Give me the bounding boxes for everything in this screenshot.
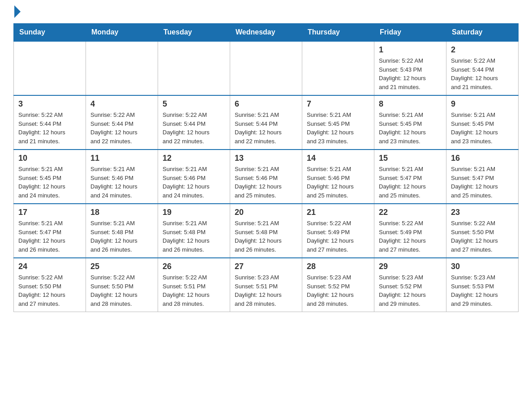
weekday-header-tuesday: Tuesday xyxy=(158,24,230,42)
calendar-cell xyxy=(14,41,86,95)
calendar-cell: 30Sunrise: 5:23 AMSunset: 5:53 PMDayligh… xyxy=(446,258,519,312)
day-number: 20 xyxy=(235,208,297,217)
calendar-cell xyxy=(302,41,374,95)
calendar-cell: 26Sunrise: 5:22 AMSunset: 5:51 PMDayligh… xyxy=(158,258,230,312)
day-info: Sunrise: 5:22 AMSunset: 5:51 PMDaylight:… xyxy=(163,273,225,308)
day-number: 14 xyxy=(307,154,369,163)
day-info: Sunrise: 5:21 AMSunset: 5:45 PMDaylight:… xyxy=(451,111,514,146)
week-row-5: 24Sunrise: 5:22 AMSunset: 5:50 PMDayligh… xyxy=(14,258,519,312)
logo xyxy=(13,9,21,14)
weekday-header-wednesday: Wednesday xyxy=(230,24,302,42)
calendar-cell: 10Sunrise: 5:21 AMSunset: 5:45 PMDayligh… xyxy=(14,150,86,204)
calendar-cell: 15Sunrise: 5:21 AMSunset: 5:47 PMDayligh… xyxy=(374,150,446,204)
day-info: Sunrise: 5:22 AMSunset: 5:50 PMDaylight:… xyxy=(18,273,81,308)
day-number: 9 xyxy=(451,99,514,109)
calendar-cell: 12Sunrise: 5:21 AMSunset: 5:46 PMDayligh… xyxy=(158,150,230,204)
calendar-cell: 1Sunrise: 5:22 AMSunset: 5:43 PMDaylight… xyxy=(374,41,446,95)
day-info: Sunrise: 5:21 AMSunset: 5:44 PMDaylight:… xyxy=(235,111,297,146)
calendar-cell xyxy=(86,41,158,95)
day-number: 1 xyxy=(379,45,442,55)
day-info: Sunrise: 5:23 AMSunset: 5:51 PMDaylight:… xyxy=(235,273,297,308)
page-header xyxy=(13,9,519,14)
calendar-cell: 6Sunrise: 5:21 AMSunset: 5:44 PMDaylight… xyxy=(230,95,302,150)
weekday-header-thursday: Thursday xyxy=(302,24,374,42)
day-info: Sunrise: 5:22 AMSunset: 5:44 PMDaylight:… xyxy=(18,111,81,146)
week-row-3: 10Sunrise: 5:21 AMSunset: 5:45 PMDayligh… xyxy=(14,150,519,204)
day-number: 22 xyxy=(379,208,442,217)
day-number: 27 xyxy=(235,262,297,271)
weekday-header-sunday: Sunday xyxy=(14,24,86,42)
calendar-cell: 18Sunrise: 5:21 AMSunset: 5:48 PMDayligh… xyxy=(86,204,158,258)
day-number: 29 xyxy=(379,262,442,271)
calendar-cell: 14Sunrise: 5:21 AMSunset: 5:46 PMDayligh… xyxy=(302,150,374,204)
logo-triangle-icon xyxy=(14,5,21,18)
day-info: Sunrise: 5:21 AMSunset: 5:47 PMDaylight:… xyxy=(18,219,81,254)
day-number: 21 xyxy=(307,208,369,217)
day-info: Sunrise: 5:22 AMSunset: 5:44 PMDaylight:… xyxy=(451,56,514,91)
calendar-cell: 5Sunrise: 5:22 AMSunset: 5:44 PMDaylight… xyxy=(158,95,230,150)
day-number: 2 xyxy=(451,45,514,55)
calendar-cell: 9Sunrise: 5:21 AMSunset: 5:45 PMDaylight… xyxy=(446,95,519,150)
day-info: Sunrise: 5:21 AMSunset: 5:48 PMDaylight:… xyxy=(235,219,297,254)
weekday-header-saturday: Saturday xyxy=(446,24,519,42)
calendar-cell: 7Sunrise: 5:21 AMSunset: 5:45 PMDaylight… xyxy=(302,95,374,150)
day-info: Sunrise: 5:21 AMSunset: 5:46 PMDaylight:… xyxy=(163,165,225,200)
day-number: 6 xyxy=(235,99,297,109)
day-number: 4 xyxy=(90,99,153,109)
calendar-cell: 20Sunrise: 5:21 AMSunset: 5:48 PMDayligh… xyxy=(230,204,302,258)
calendar-cell: 13Sunrise: 5:21 AMSunset: 5:46 PMDayligh… xyxy=(230,150,302,204)
day-info: Sunrise: 5:22 AMSunset: 5:50 PMDaylight:… xyxy=(90,273,153,308)
calendar-cell: 28Sunrise: 5:23 AMSunset: 5:52 PMDayligh… xyxy=(302,258,374,312)
calendar-cell: 8Sunrise: 5:21 AMSunset: 5:45 PMDaylight… xyxy=(374,95,446,150)
day-info: Sunrise: 5:22 AMSunset: 5:49 PMDaylight:… xyxy=(307,219,369,254)
day-info: Sunrise: 5:21 AMSunset: 5:48 PMDaylight:… xyxy=(163,219,225,254)
calendar-cell: 23Sunrise: 5:22 AMSunset: 5:50 PMDayligh… xyxy=(446,204,519,258)
calendar-cell: 19Sunrise: 5:21 AMSunset: 5:48 PMDayligh… xyxy=(158,204,230,258)
day-info: Sunrise: 5:21 AMSunset: 5:47 PMDaylight:… xyxy=(451,165,514,200)
day-number: 26 xyxy=(163,262,225,271)
day-info: Sunrise: 5:23 AMSunset: 5:52 PMDaylight:… xyxy=(379,273,442,308)
day-info: Sunrise: 5:23 AMSunset: 5:53 PMDaylight:… xyxy=(451,273,514,308)
day-number: 18 xyxy=(90,208,153,217)
day-number: 16 xyxy=(451,154,514,163)
calendar-cell: 21Sunrise: 5:22 AMSunset: 5:49 PMDayligh… xyxy=(302,204,374,258)
day-info: Sunrise: 5:22 AMSunset: 5:44 PMDaylight:… xyxy=(90,111,153,146)
calendar-cell: 27Sunrise: 5:23 AMSunset: 5:51 PMDayligh… xyxy=(230,258,302,312)
day-number: 7 xyxy=(307,99,369,109)
calendar-cell: 2Sunrise: 5:22 AMSunset: 5:44 PMDaylight… xyxy=(446,41,519,95)
calendar-cell: 11Sunrise: 5:21 AMSunset: 5:46 PMDayligh… xyxy=(86,150,158,204)
week-row-2: 3Sunrise: 5:22 AMSunset: 5:44 PMDaylight… xyxy=(14,95,519,150)
calendar-cell: 4Sunrise: 5:22 AMSunset: 5:44 PMDaylight… xyxy=(86,95,158,150)
day-number: 12 xyxy=(163,154,225,163)
day-info: Sunrise: 5:22 AMSunset: 5:43 PMDaylight:… xyxy=(379,56,442,91)
day-number: 23 xyxy=(451,208,514,217)
calendar-cell: 25Sunrise: 5:22 AMSunset: 5:50 PMDayligh… xyxy=(86,258,158,312)
calendar-cell: 29Sunrise: 5:23 AMSunset: 5:52 PMDayligh… xyxy=(374,258,446,312)
weekday-header-row: SundayMondayTuesdayWednesdayThursdayFrid… xyxy=(14,24,519,42)
day-info: Sunrise: 5:22 AMSunset: 5:49 PMDaylight:… xyxy=(379,219,442,254)
day-number: 25 xyxy=(90,262,153,271)
weekday-header-monday: Monday xyxy=(86,24,158,42)
day-number: 19 xyxy=(163,208,225,217)
day-info: Sunrise: 5:21 AMSunset: 5:46 PMDaylight:… xyxy=(307,165,369,200)
day-number: 8 xyxy=(379,99,442,109)
day-number: 5 xyxy=(163,99,225,109)
day-info: Sunrise: 5:21 AMSunset: 5:45 PMDaylight:… xyxy=(379,111,442,146)
day-number: 24 xyxy=(18,262,81,271)
day-info: Sunrise: 5:21 AMSunset: 5:48 PMDaylight:… xyxy=(90,219,153,254)
calendar-cell: 24Sunrise: 5:22 AMSunset: 5:50 PMDayligh… xyxy=(14,258,86,312)
calendar-cell xyxy=(230,41,302,95)
week-row-4: 17Sunrise: 5:21 AMSunset: 5:47 PMDayligh… xyxy=(14,204,519,258)
day-info: Sunrise: 5:22 AMSunset: 5:44 PMDaylight:… xyxy=(163,111,225,146)
day-info: Sunrise: 5:21 AMSunset: 5:45 PMDaylight:… xyxy=(307,111,369,146)
calendar-cell: 17Sunrise: 5:21 AMSunset: 5:47 PMDayligh… xyxy=(14,204,86,258)
day-info: Sunrise: 5:21 AMSunset: 5:45 PMDaylight:… xyxy=(18,165,81,200)
day-info: Sunrise: 5:21 AMSunset: 5:46 PMDaylight:… xyxy=(235,165,297,200)
week-row-1: 1Sunrise: 5:22 AMSunset: 5:43 PMDaylight… xyxy=(14,41,519,95)
day-info: Sunrise: 5:22 AMSunset: 5:50 PMDaylight:… xyxy=(451,219,514,254)
day-number: 13 xyxy=(235,154,297,163)
calendar-table: SundayMondayTuesdayWednesdayThursdayFrid… xyxy=(13,23,519,312)
day-info: Sunrise: 5:23 AMSunset: 5:52 PMDaylight:… xyxy=(307,273,369,308)
day-info: Sunrise: 5:21 AMSunset: 5:46 PMDaylight:… xyxy=(90,165,153,200)
day-number: 15 xyxy=(379,154,442,163)
